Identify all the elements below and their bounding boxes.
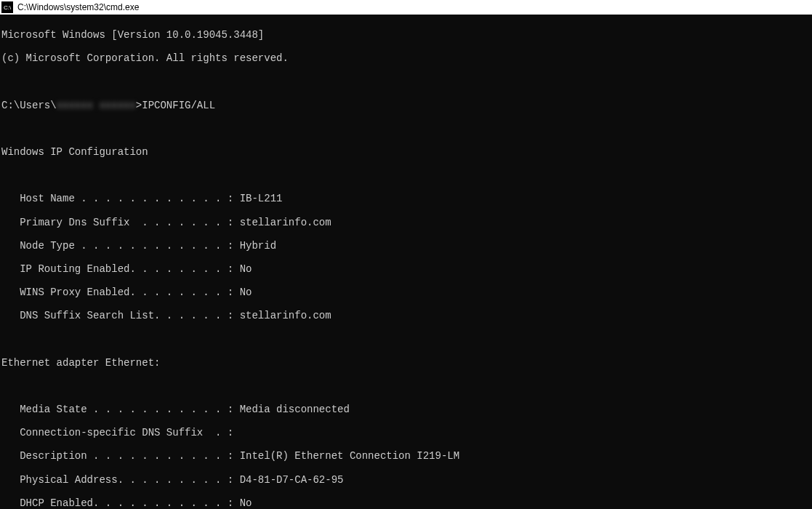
blank-line	[1, 169, 811, 181]
ethernet-row: Connection-specific DNS Suffix . :	[1, 427, 811, 438]
ipconfig-row: IP Routing Enabled. . . . . . . . : No	[1, 263, 811, 275]
ipconfig-row: DNS Suffix Search List. . . . . . : stel…	[1, 310, 811, 321]
prompt-path-prefix: C:\Users\	[1, 100, 57, 111]
blank-line	[1, 334, 811, 345]
blank-line	[1, 76, 811, 87]
prompt-username-obscured: xxxxxx xxxxxx	[57, 100, 136, 111]
ipconfig-row: Node Type . . . . . . . . . . . . : Hybr…	[1, 240, 811, 252]
ethernet-row: DHCP Enabled. . . . . . . . . . . : No	[1, 497, 811, 509]
ipconfig-row: Primary Dns Suffix . . . . . . . : stell…	[1, 217, 811, 228]
version-line: Microsoft Windows [Version 10.0.19045.34…	[1, 29, 811, 41]
ethernet-row: Media State . . . . . . . . . . . : Medi…	[1, 404, 811, 415]
prompt-command: >IPCONFIG/ALL	[136, 100, 215, 111]
cmd-icon: C:\	[1, 1, 13, 13]
terminal-output[interactable]: Microsoft Windows [Version 10.0.19045.34…	[0, 15, 812, 509]
prompt-line: C:\Users\xxxxxx xxxxxx>IPCONFIG/ALL	[1, 100, 811, 111]
window-title: C:\Windows\system32\cmd.exe	[17, 2, 139, 12]
blank-line	[1, 380, 811, 392]
ethernet-row: Description . . . . . . . . . . . : Inte…	[1, 450, 811, 462]
ipconfig-row: Host Name . . . . . . . . . . . . : IB-L…	[1, 193, 811, 204]
section-header-ethernet: Ethernet adapter Ethernet:	[1, 357, 811, 369]
ipconfig-row: WINS Proxy Enabled. . . . . . . . : No	[1, 286, 811, 298]
copyright-line: (c) Microsoft Corporation. All rights re…	[1, 52, 811, 64]
ethernet-row: Physical Address. . . . . . . . . : D4-8…	[1, 474, 811, 486]
section-header-ipconfig: Windows IP Configuration	[1, 146, 811, 158]
window-titlebar: C:\ C:\Windows\system32\cmd.exe	[0, 0, 812, 15]
blank-line	[1, 123, 811, 135]
